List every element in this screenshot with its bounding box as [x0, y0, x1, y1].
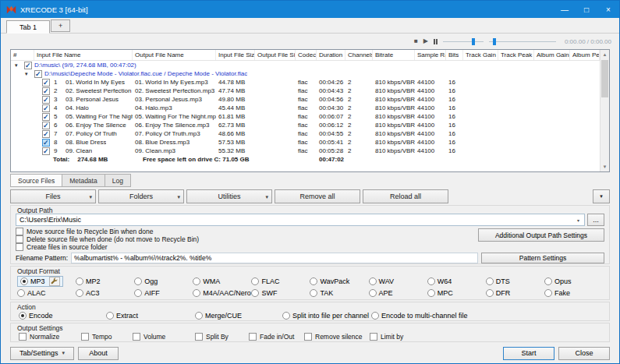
column-header-bits[interactable]: Bits	[446, 50, 463, 60]
album-row[interactable]: ▾D:\music\Depeche Mode - Violator.flac.c…	[11, 69, 600, 78]
column-header-bitrate[interactable]: Bitrate	[373, 50, 415, 60]
column-header-sample-rate[interactable]: Sample Rate	[415, 50, 446, 60]
format-settings-button[interactable]	[49, 277, 60, 286]
column-header-album-peak[interactable]: Album Peak	[570, 50, 600, 60]
column-header-track-gain[interactable]: Track Gain	[463, 50, 498, 60]
checkbox[interactable]	[42, 96, 50, 104]
checkbox-split-by[interactable]: Split By	[195, 332, 249, 341]
table-row[interactable]: 808. Blue Dress08. Blue Dress.mp357.53 M…	[11, 138, 600, 147]
checkbox[interactable]	[42, 104, 50, 112]
table-row[interactable]: 707. Policy Of Truth07. Policy Of Truth.…	[11, 129, 600, 138]
checkbox[interactable]	[304, 333, 312, 341]
radio-split-into-file-per-channel[interactable]: Split into file per channel	[282, 311, 371, 320]
checkbox[interactable]	[16, 243, 23, 251]
radio-wma[interactable]: WMA	[193, 277, 251, 286]
scrollbar-thumb[interactable]	[601, 60, 608, 97]
titlebar[interactable]: XRECODE 3 [64-bit] — □ ×	[1, 1, 619, 18]
radio-mpc[interactable]: MPC	[427, 288, 486, 298]
radio-encode[interactable]: Encode	[19, 311, 106, 320]
radio-wav[interactable]: WAV	[369, 277, 427, 286]
column-header-album-gain[interactable]: Album Gain	[534, 50, 570, 60]
vertical-scrollbar[interactable]: ▲ ▼	[600, 50, 609, 171]
column-header-input-file-size[interactable]: Input File Size	[216, 50, 255, 60]
toolbar-button-folders[interactable]: Folders▾	[98, 189, 184, 203]
radio-w64[interactable]: W64	[427, 277, 486, 286]
checkbox[interactable]	[370, 333, 377, 341]
tab-log[interactable]: Log	[105, 174, 131, 187]
radio-m4a-aac-nero[interactable]: M4A/AAC/Nero	[193, 288, 251, 298]
toolbar-button-remove-all[interactable]: Remove all	[275, 189, 360, 203]
column-header-duration[interactable]: Duration	[317, 50, 345, 60]
table-row[interactable]: 101. World In My Eyes01. World In My Eye…	[11, 78, 600, 87]
radio-ape[interactable]: APE	[369, 288, 427, 298]
checkbox[interactable]	[42, 147, 50, 155]
output-path-combo[interactable]: C:\Users\Erix\Music ▾	[16, 214, 585, 226]
checkbox[interactable]	[249, 333, 257, 341]
checkbox-volume[interactable]: Volume	[133, 332, 195, 341]
scroll-down-icon[interactable]: ▼	[601, 162, 609, 171]
radio-flac[interactable]: FLAC	[251, 277, 310, 286]
source-group-row[interactable]: ▾D:\music\ (9/9, 274.68 MB, 00:47:02)	[11, 61, 600, 69]
table-row[interactable]: 202. Sweetest Perfection02. Sweetest Per…	[11, 87, 600, 95]
add-tab-button[interactable]: +	[51, 19, 70, 32]
radio-mp2[interactable]: MP2	[76, 277, 134, 286]
chevron-down-icon[interactable]: ▾	[572, 214, 584, 225]
checkbox[interactable]	[42, 79, 50, 87]
checkbox[interactable]	[16, 228, 23, 235]
column-header-input-file-name[interactable]: Input File Name	[34, 50, 133, 60]
radio-dts[interactable]: DTS	[486, 277, 544, 286]
checkbox[interactable]	[42, 87, 50, 95]
column-header-output-file-name[interactable]: Output File Name	[133, 50, 216, 60]
radio-encode-to-multi-channel-file[interactable]: Encode to multi-channel file	[371, 311, 468, 320]
volume-slider[interactable]	[489, 37, 556, 46]
radio-ac3[interactable]: AC3	[76, 288, 134, 298]
expand-arrow-icon[interactable]: ▾	[15, 61, 22, 69]
table-row[interactable]: 606. Enjoy The Silence06. Enjoy The Sile…	[11, 121, 600, 129]
selected-format-mp3[interactable]: MP3	[17, 276, 63, 287]
checkbox-create-files-in-source-folder[interactable]: Create files in source folder	[16, 243, 604, 251]
column-header-output-file-size[interactable]: Output File Size	[255, 50, 296, 60]
toolbar-more-button[interactable]: ▾	[593, 189, 610, 203]
checkbox-normalize[interactable]: Normalize	[19, 332, 81, 341]
radio-alac[interactable]: ALAC	[17, 288, 76, 298]
tab-1[interactable]: Tab 1	[6, 20, 50, 34]
checkbox[interactable]	[42, 113, 50, 121]
checkbox[interactable]	[133, 333, 140, 341]
scroll-up-icon[interactable]: ▲	[601, 50, 609, 59]
tab-source-files[interactable]: Source Files	[10, 174, 62, 187]
checkbox[interactable]	[19, 333, 27, 341]
stop-icon[interactable]: ■	[414, 38, 418, 44]
start-button[interactable]: Start	[503, 347, 554, 360]
slider-thumb[interactable]	[493, 38, 496, 45]
column-header-codec[interactable]: Codec	[296, 50, 317, 60]
additional-output-path-settings-button[interactable]: Additional Output Path Settings	[478, 228, 604, 242]
checkbox[interactable]	[195, 333, 203, 341]
checkbox[interactable]	[42, 139, 50, 147]
radio-wavpack[interactable]: WavPack	[310, 277, 368, 286]
column-header-channels[interactable]: Channels	[345, 50, 373, 60]
browse-button[interactable]: ...	[587, 214, 604, 226]
toolbar-button-reload-all[interactable]: Reload all	[363, 189, 448, 203]
checkbox[interactable]	[34, 70, 42, 78]
radio-tak[interactable]: TAK	[310, 288, 368, 298]
radio-swf[interactable]: SWF	[251, 288, 310, 298]
checkbox-tempo[interactable]: Tempo	[81, 332, 133, 341]
radio-ogg[interactable]: Ogg	[134, 277, 193, 286]
checkbox-fade-in-out[interactable]: Fade in/Out	[249, 332, 304, 341]
radio-aiff[interactable]: AIFF	[134, 288, 193, 298]
table-row[interactable]: 505. Waiting For The Night05. Waiting Fo…	[11, 112, 600, 121]
tab-metadata[interactable]: Metadata	[62, 174, 105, 187]
checkbox[interactable]	[42, 130, 50, 138]
pause-icon[interactable]	[434, 39, 438, 44]
radio-dfr[interactable]: DFR	[486, 288, 544, 298]
slider-thumb[interactable]	[472, 38, 475, 45]
table-row[interactable]: 909. Clean09. Clean.mp355.32 MBflac00:05…	[11, 147, 600, 155]
about-button[interactable]: About	[78, 347, 119, 360]
tab-settings-button[interactable]: Tab/Settings ▾	[10, 347, 74, 360]
play-icon[interactable]: ▶	[423, 38, 428, 44]
expand-arrow-icon[interactable]: ▾	[25, 69, 32, 78]
radio-merge-cue[interactable]: Merge/CUE	[195, 311, 282, 320]
seek-slider[interactable]	[443, 37, 484, 46]
pattern-settings-button[interactable]: Pattern Settings	[481, 253, 604, 263]
filename-pattern-input[interactable]: %albumartist% - %album%\%track2%. %title…	[71, 253, 478, 263]
